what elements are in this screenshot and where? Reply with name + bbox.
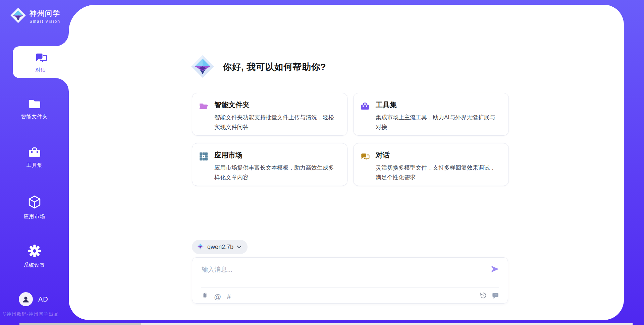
brand-logo-icon <box>10 7 26 25</box>
brand-subtitle: Smart Vision <box>30 19 60 24</box>
sidebar-item-chat[interactable]: 对话 <box>13 46 69 78</box>
sidebar: 神州问学 Smart Vision 对话 智能文件夹 工具集 <box>0 0 69 325</box>
message-input[interactable] <box>202 264 477 276</box>
attach-file-button[interactable] <box>202 292 208 302</box>
gear-icon <box>28 244 41 259</box>
composer: @ # <box>192 257 508 304</box>
hash-icon: # <box>227 293 231 301</box>
send-button[interactable] <box>490 264 500 274</box>
cube-icon <box>28 195 42 210</box>
history-icon <box>479 292 487 301</box>
grid-icon <box>199 152 208 186</box>
user-name: AD <box>38 296 48 303</box>
main-content: 你好, 我可以如何帮助你? 智能文件夹 智能文件夹功能支持批量文件上传与清洗，轻… <box>69 5 624 320</box>
horizontal-scrollbar-thumb[interactable] <box>19 323 141 325</box>
card-description: 灵活切换多模型文件，支持多样回复效果调试，满足个性化需求 <box>376 163 500 182</box>
brand: 神州问学 Smart Vision <box>10 7 60 25</box>
card-title: 对话 <box>376 150 500 160</box>
greeting: 你好, 我可以如何帮助你? <box>191 54 326 80</box>
user-menu[interactable]: AD <box>19 292 48 306</box>
chat-bubble-icon <box>492 292 499 301</box>
new-chat-button[interactable] <box>492 292 499 301</box>
horizontal-scrollbar <box>19 323 633 325</box>
brand-title: 神州问学 <box>30 9 60 18</box>
send-icon <box>490 270 499 275</box>
mention-button[interactable]: @ <box>214 293 221 301</box>
sidebar-item-label: 应用市场 <box>24 213 45 220</box>
card-description: 智能文件夹功能支持批量文件上传与清洗，轻松实现文件问答 <box>214 113 339 132</box>
sidebar-item-market[interactable]: 应用市场 <box>0 195 69 220</box>
sidebar-item-label: 智能文件夹 <box>21 114 48 120</box>
sidebar-item-label: 对话 <box>36 67 46 73</box>
topic-button[interactable]: # <box>227 293 231 301</box>
card-title: 智能文件夹 <box>214 100 339 110</box>
sidebar-item-label: 系统设置 <box>24 262 45 268</box>
card-description: 应用市场提供丰富长文本模板，助力高效生成多样化文章内容 <box>214 163 339 182</box>
card-app-market[interactable]: 应用市场 应用市场提供丰富长文本模板，助力高效生成多样化文章内容 <box>192 143 347 186</box>
diamond-logo-icon <box>197 243 204 251</box>
sidebar-item-settings[interactable]: 系统设置 <box>0 244 69 268</box>
card-title: 工具集 <box>376 100 500 110</box>
card-title: 应用市场 <box>214 150 339 160</box>
at-icon: @ <box>214 293 221 301</box>
card-description: 集成市场上主流工具，助力AI与外界无缝扩展与对接 <box>376 113 500 132</box>
toolbox-icon <box>360 102 370 135</box>
toolbox-icon <box>28 146 41 159</box>
card-toolbox[interactable]: 工具集 集成市场上主流工具，助力AI与外界无缝扩展与对接 <box>353 93 509 136</box>
avatar <box>19 292 33 306</box>
composer-divider <box>201 287 499 288</box>
model-selector[interactable]: qwen2:7b <box>192 240 248 254</box>
diamond-logo-icon <box>191 54 215 80</box>
paperclip-icon <box>202 292 208 302</box>
feature-cards: 智能文件夹 智能文件夹功能支持批量文件上传与清洗，轻松实现文件问答 工具集 集成… <box>192 93 509 186</box>
card-smart-folders[interactable]: 智能文件夹 智能文件夹功能支持批量文件上传与清洗，轻松实现文件问答 <box>192 93 347 136</box>
folder-open-icon <box>199 102 208 135</box>
chat-icon <box>360 152 370 186</box>
sidebar-item-folders[interactable]: 智能文件夹 <box>0 98 69 120</box>
greeting-title: 你好, 我可以如何帮助你? <box>223 61 326 73</box>
folder-icon <box>28 98 41 111</box>
chevron-down-icon <box>237 244 241 250</box>
sidebar-item-label: 工具集 <box>26 162 43 169</box>
card-chat[interactable]: 对话 灵活切换多模型文件，支持多样回复效果调试，满足个性化需求 <box>353 143 509 186</box>
sidebar-item-toolbox[interactable]: 工具集 <box>0 146 69 169</box>
chat-icon <box>35 51 47 65</box>
model-name: qwen2:7b <box>207 244 233 251</box>
history-button[interactable] <box>479 292 487 301</box>
copyright: ©神州数码·神州问学出品 <box>3 311 59 317</box>
